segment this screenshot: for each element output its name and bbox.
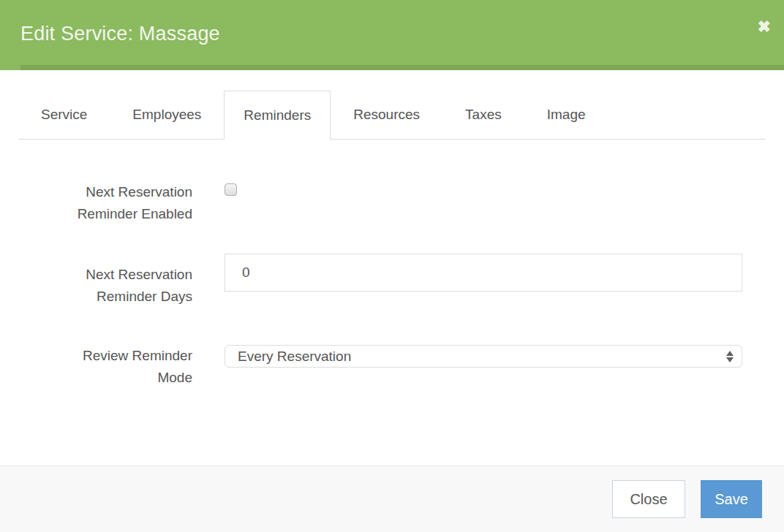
field-row-review-mode: Review Reminder Mode Every Reservation: [0, 335, 784, 389]
label-line: Reminder Enabled: [0, 203, 192, 225]
select-spinner-icon: [726, 351, 734, 362]
edit-service-modal: Edit Service: Massage ✖ Service Employee…: [0, 0, 784, 532]
label-line: Next Reservation: [0, 264, 192, 286]
reminder-days-input[interactable]: [225, 254, 742, 292]
tab-service[interactable]: Service: [18, 91, 110, 139]
tab-taxes[interactable]: Taxes: [442, 91, 524, 139]
tab-image[interactable]: Image: [524, 91, 608, 139]
review-reminder-mode-select[interactable]: Every Reservation: [225, 345, 742, 368]
arrow-up-icon: [726, 351, 734, 356]
field-row-reminder-enabled: Next Reservation Reminder Enabled: [0, 181, 784, 225]
field-label: Next Reservation Reminder Enabled: [0, 181, 192, 225]
close-button[interactable]: Close: [612, 480, 685, 518]
tab-resources[interactable]: Resources: [331, 91, 442, 139]
modal-title: Edit Service: Massage: [20, 23, 220, 45]
save-button[interactable]: Save: [701, 480, 762, 518]
header-divider: [20, 65, 784, 70]
arrow-down-icon: [726, 357, 734, 362]
close-icon[interactable]: ✖: [758, 19, 771, 35]
tab-bar: Service Employees Reminders Resources Ta…: [18, 91, 766, 140]
field-label: Next Reservation Reminder Days: [0, 254, 192, 308]
modal-header: Edit Service: Massage ✖: [0, 0, 784, 70]
field-control: [225, 254, 742, 292]
tab-reminders[interactable]: Reminders: [224, 91, 331, 140]
reminder-enabled-checkbox[interactable]: [225, 183, 237, 196]
field-control: Every Reservation: [225, 335, 742, 368]
label-line: Review Reminder: [0, 345, 192, 367]
reminders-form: Next Reservation Reminder Enabled Next R…: [0, 140, 784, 389]
field-label: Review Reminder Mode: [0, 335, 192, 389]
field-row-reminder-days: Next Reservation Reminder Days: [0, 254, 784, 308]
modal-footer: Close Save: [0, 466, 784, 532]
field-control: [225, 181, 742, 199]
tab-employees[interactable]: Employees: [110, 91, 224, 139]
label-line: Mode: [0, 367, 192, 389]
label-line: Next Reservation: [0, 181, 192, 203]
selected-option: Every Reservation: [238, 349, 351, 365]
label-line: Reminder Days: [0, 286, 192, 308]
